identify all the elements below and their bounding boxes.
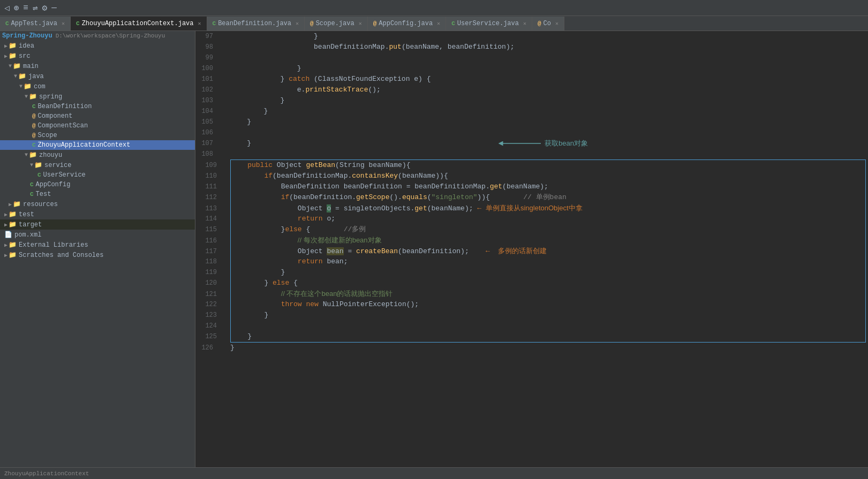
external-folder-icon: 📁: [9, 241, 17, 249]
sidebar-item-scratches[interactable]: ▶ 📁 Scratches and Consoles: [0, 250, 195, 260]
code-line-118: 118 return bean;: [231, 256, 865, 267]
tab-close-co[interactable]: ✕: [555, 20, 558, 27]
tab-label-scope: Scope.java: [316, 20, 354, 27]
line-code-120: } else {: [231, 278, 865, 288]
line-code-118: return bean;: [231, 256, 865, 267]
tab-apptest[interactable]: C AppTest.java ✕: [0, 17, 71, 31]
sidebar-item-com[interactable]: ▼ 📁 com: [0, 81, 195, 92]
arrow-icon-com: ▼: [19, 83, 22, 89]
sidebar-item-beandefinition[interactable]: C BeanDefinition: [0, 102, 195, 111]
line-code-122: throw new NullPointerException();: [231, 299, 865, 310]
tab-beandefinition[interactable]: C BeanDefinition.java ✕: [207, 17, 305, 31]
settings-icon[interactable]: ⚙: [42, 3, 48, 13]
sidebar-item-zhouyucontext[interactable]: C ZhouyuApplicationContext: [0, 140, 195, 150]
sidebar-item-component[interactable]: @ Component: [0, 111, 195, 121]
icon1[interactable]: ⊕: [14, 3, 19, 13]
sidebar-project-header[interactable]: Spring-Zhouyu D:\work\workspace\Spring-Z…: [0, 31, 195, 41]
line-code-115: }else { //多例: [231, 224, 865, 235]
line-code-102: e.printStackTrace();: [230, 85, 868, 95]
appconfig-class-icon: C: [30, 181, 34, 188]
line-num-98: 98: [195, 42, 220, 52]
toolbar: ◁ ⊕ ≡ ⇌ ⚙ —: [0, 0, 868, 16]
tab-close-userservice[interactable]: ✕: [523, 20, 526, 27]
tab-close-scope[interactable]: ✕: [359, 20, 362, 27]
tab-label-co: Co: [544, 20, 551, 27]
status-text: ZhouyuApplicationContext: [4, 470, 89, 477]
tab-label-userservice: UserService.java: [457, 20, 519, 27]
tab-appconfig[interactable]: @ AppConfig.java ✕: [368, 17, 446, 31]
icon3[interactable]: ⇌: [33, 3, 38, 13]
arrow-icon-target: ▶: [4, 222, 7, 228]
line-code-111: BeanDefinition beanDefinition = beanDefi…: [231, 181, 865, 192]
sidebar-item-scope[interactable]: @ Scope: [0, 131, 195, 140]
arrow-icon-spring: ▼: [25, 94, 28, 100]
sidebar-item-zhouyu[interactable]: ▼ 📁 zhouyu: [0, 150, 195, 160]
code-editor[interactable]: 97 } 98 beanDefinitionMap.put(beanName, …: [195, 31, 868, 467]
tab-icon-zhouyucontext: C: [76, 20, 80, 27]
sidebar-item-test[interactable]: ▶ 📁 test: [0, 209, 195, 219]
line-code-119: }: [231, 267, 865, 278]
sidebar-item-appconfig[interactable]: C AppConfig: [0, 180, 195, 189]
tab-zhouyucontext[interactable]: C ZhouyuApplicationContext.java ✕: [71, 17, 207, 31]
tab-scope[interactable]: @ Scope.java ✕: [305, 17, 368, 31]
tab-close-appconfig[interactable]: ✕: [437, 20, 440, 27]
sidebar-label-idea: idea: [19, 42, 34, 50]
line-num-117: 117: [196, 246, 220, 257]
line-num-114: 114: [196, 214, 220, 224]
line-code-110: if(beanDefinitionMap.containsKey(beanNam…: [231, 171, 865, 181]
src-folder-icon: 📁: [9, 52, 17, 60]
scratches-folder-icon: 📁: [9, 251, 17, 259]
code-line-115: 115 }else { //多例: [231, 224, 865, 235]
sidebar-item-external[interactable]: ▶ 📁 External Libraries: [0, 240, 195, 250]
tab-co[interactable]: @ Co ✕: [532, 17, 564, 31]
annotation-getbean-text: 获取bean对象: [545, 138, 588, 149]
tab-close-zhouyucontext[interactable]: ✕: [198, 20, 201, 27]
sidebar-item-test-class[interactable]: C Test: [0, 189, 195, 199]
icon2[interactable]: ≡: [23, 3, 28, 13]
tab-close-beandefinition[interactable]: ✕: [296, 20, 299, 27]
code-line-107: 107 } 获取bean对象: [195, 138, 868, 149]
sidebar-label-component: Component: [38, 112, 73, 120]
line-num-110: 110: [196, 171, 220, 181]
sidebar-label-test: test: [19, 211, 34, 218]
annotation-getbean: 获取bean对象: [495, 138, 588, 149]
code-line-99: 99: [195, 52, 868, 63]
sidebar-item-java[interactable]: ▼ 📁 java: [0, 71, 195, 81]
line-num-108: 108: [195, 149, 220, 159]
resources-folder-icon: 📁: [13, 200, 21, 208]
line-num-115: 115: [196, 224, 220, 235]
sidebar-item-componentscan[interactable]: @ ComponentScan: [0, 121, 195, 131]
line-code-126: }: [230, 343, 868, 353]
sidebar-item-userservice[interactable]: C UserService: [0, 170, 195, 180]
line-num-120: 120: [196, 278, 220, 288]
line-code-123: }: [231, 310, 865, 321]
tab-icon-beandefinition: C: [213, 20, 216, 27]
sidebar-item-idea[interactable]: ▶ 📁 idea: [0, 41, 195, 51]
arrow-icon-test: ▶: [4, 211, 7, 218]
arrow-icon-resources: ▶: [9, 201, 12, 208]
sidebar-item-spring[interactable]: ▼ 📁 spring: [0, 92, 195, 102]
back-btn[interactable]: ◁: [4, 3, 10, 13]
sidebar-item-pom[interactable]: 📄 pom.xml: [0, 230, 195, 240]
tab-close-apptest[interactable]: ✕: [62, 20, 65, 27]
sidebar-label-spring: spring: [39, 93, 62, 101]
bottom-bar: ZhouyuApplicationContext: [0, 467, 868, 479]
line-num-118: 118: [196, 256, 220, 267]
arrow-icon-java: ▼: [14, 73, 17, 79]
sidebar-label-main: main: [23, 63, 39, 70]
sidebar-label-appconfig: AppConfig: [36, 181, 71, 188]
code-line-122: 122 throw new NullPointerException();: [231, 299, 865, 310]
sidebar-item-service[interactable]: ▼ 📁 service: [0, 160, 195, 170]
minimize-icon[interactable]: —: [51, 3, 57, 13]
sidebar-label-scratches: Scratches and Consoles: [19, 252, 103, 259]
main-area: Spring-Zhouyu D:\work\workspace\Spring-Z…: [0, 31, 868, 467]
sidebar-item-resources[interactable]: ▶ 📁 resources: [0, 199, 195, 209]
scope-annotation-icon: @: [32, 132, 36, 139]
sidebar-item-src[interactable]: ▶ 📁 src: [0, 51, 195, 61]
sidebar-label-pom: pom.xml: [14, 231, 41, 239]
code-line-121: 121 // 不存在这个bean的话就抛出空指针: [231, 288, 865, 299]
userservice-class-icon: C: [37, 172, 41, 178]
sidebar-item-main[interactable]: ▼ 📁 main: [0, 61, 195, 71]
sidebar-item-target[interactable]: ▶ 📁 target: [0, 219, 195, 230]
tab-userservice[interactable]: C UserService.java ✕: [446, 17, 532, 31]
